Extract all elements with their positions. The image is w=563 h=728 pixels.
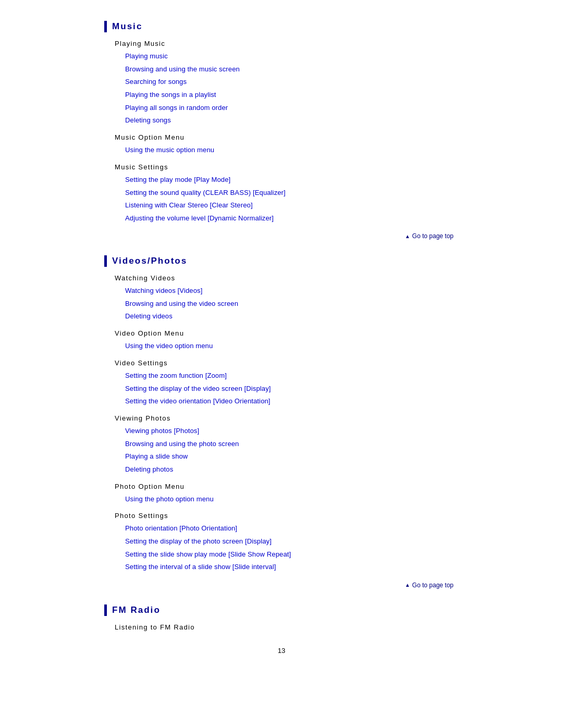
music-section-header: Music xyxy=(104,21,459,32)
link-video-display[interactable]: Setting the display of the video screen … xyxy=(125,382,459,396)
fm-radio-section-header: FM Radio xyxy=(104,604,459,616)
link-dynamic-normalizer[interactable]: Adjusting the volume level [Dynamic Norm… xyxy=(125,212,459,225)
fm-radio-section: FM Radio Listening to FM Radio xyxy=(104,604,459,631)
music-go-to-top-link[interactable]: Go to page top xyxy=(405,232,454,240)
link-browsing-music-screen[interactable]: Browsing and using the music screen xyxy=(125,63,459,76)
link-photo-orientation[interactable]: Photo orientation [Photo Orientation] xyxy=(125,522,459,535)
listening-fm-radio-title: Listening to FM Radio xyxy=(115,623,459,631)
link-viewing-photos[interactable]: Viewing photos [Photos] xyxy=(125,425,459,438)
video-settings-title: Video Settings xyxy=(115,359,459,367)
videos-photos-section-header: Videos/Photos xyxy=(104,255,459,267)
video-option-menu-links: Using the video option menu xyxy=(115,340,459,353)
link-music-option-menu[interactable]: Using the music option menu xyxy=(125,144,459,157)
link-clear-bass[interactable]: Setting the sound quality (CLEAR BASS) [… xyxy=(125,187,459,200)
playing-music-subsection: Playing Music Playing music Browsing and… xyxy=(104,40,459,127)
playing-music-links: Playing music Browsing and using the mus… xyxy=(115,50,459,127)
link-watching-videos[interactable]: Watching videos [Videos] xyxy=(125,285,459,298)
page-container: Music Playing Music Playing music Browsi… xyxy=(83,21,480,655)
music-option-menu-subsection: Music Option Menu Using the music option… xyxy=(104,133,459,157)
photo-option-menu-title: Photo Option Menu xyxy=(115,483,459,490)
watching-videos-subsection: Watching Videos Watching videos [Videos]… xyxy=(104,274,459,323)
page-number: 13 xyxy=(104,647,459,655)
link-playlist-songs[interactable]: Playing the songs in a playlist xyxy=(125,89,459,102)
music-section: Music Playing Music Playing music Browsi… xyxy=(104,21,459,240)
music-go-to-top: Go to page top xyxy=(104,231,459,240)
videos-photos-go-to-top: Go to page top xyxy=(104,580,459,589)
playing-music-title: Playing Music xyxy=(115,40,459,47)
link-slide-show[interactable]: Playing a slide show xyxy=(125,450,459,463)
link-browsing-video-screen[interactable]: Browsing and using the video screen xyxy=(125,298,459,311)
fm-radio-section-title: FM Radio xyxy=(112,605,161,615)
video-settings-links: Setting the zoom function [Zoom] Setting… xyxy=(115,369,459,408)
music-section-title: Music xyxy=(112,21,142,32)
photo-settings-links: Photo orientation [Photo Orientation] Se… xyxy=(115,522,459,574)
music-settings-subsection: Music Settings Setting the play mode [Pl… xyxy=(104,163,459,225)
link-searching-songs[interactable]: Searching for songs xyxy=(125,76,459,89)
music-option-menu-title: Music Option Menu xyxy=(115,133,459,141)
video-option-menu-subsection: Video Option Menu Using the video option… xyxy=(104,329,459,353)
link-slide-interval[interactable]: Setting the interval of a slide show [Sl… xyxy=(125,561,459,574)
videos-photos-go-to-top-link[interactable]: Go to page top xyxy=(405,582,454,589)
video-settings-subsection: Video Settings Setting the zoom function… xyxy=(104,359,459,408)
link-play-mode[interactable]: Setting the play mode [Play Mode] xyxy=(125,174,459,187)
link-video-orientation[interactable]: Setting the video orientation [Video Ori… xyxy=(125,395,459,408)
photo-option-menu-links: Using the photo option menu xyxy=(115,493,459,506)
viewing-photos-links: Viewing photos [Photos] Browsing and usi… xyxy=(115,425,459,476)
link-browsing-photo-screen[interactable]: Browsing and using the photo screen xyxy=(125,438,459,451)
watching-videos-links: Watching videos [Videos] Browsing and us… xyxy=(115,285,459,323)
link-slide-show-repeat[interactable]: Setting the slide show play mode [Slide … xyxy=(125,548,459,561)
link-playing-music[interactable]: Playing music xyxy=(125,50,459,63)
viewing-photos-subsection: Viewing Photos Viewing photos [Photos] B… xyxy=(104,414,459,476)
photo-settings-title: Photo Settings xyxy=(115,512,459,520)
music-settings-title: Music Settings xyxy=(115,163,459,171)
link-deleting-videos[interactable]: Deleting videos xyxy=(125,310,459,323)
fm-radio-section-bar xyxy=(104,604,107,616)
link-photo-display[interactable]: Setting the display of the photo screen … xyxy=(125,535,459,548)
photo-settings-subsection: Photo Settings Photo orientation [Photo … xyxy=(104,512,459,574)
viewing-photos-title: Viewing Photos xyxy=(115,414,459,422)
link-clear-stereo[interactable]: Listening with Clear Stereo [Clear Stere… xyxy=(125,199,459,212)
videos-photos-section: Videos/Photos Watching Videos Watching v… xyxy=(104,255,459,589)
watching-videos-title: Watching Videos xyxy=(115,274,459,282)
listening-fm-radio-subsection: Listening to FM Radio xyxy=(104,623,459,631)
link-photo-option-menu[interactable]: Using the photo option menu xyxy=(125,493,459,506)
music-option-menu-links: Using the music option menu xyxy=(115,144,459,157)
video-option-menu-title: Video Option Menu xyxy=(115,329,459,337)
link-random-order[interactable]: Playing all songs in random order xyxy=(125,102,459,115)
link-deleting-songs[interactable]: Deleting songs xyxy=(125,114,459,127)
videos-photos-section-bar xyxy=(104,255,107,267)
link-video-option-menu[interactable]: Using the video option menu xyxy=(125,340,459,353)
photo-option-menu-subsection: Photo Option Menu Using the photo option… xyxy=(104,483,459,506)
link-zoom-function[interactable]: Setting the zoom function [Zoom] xyxy=(125,369,459,382)
music-settings-links: Setting the play mode [Play Mode] Settin… xyxy=(115,174,459,225)
music-section-bar xyxy=(104,21,107,32)
link-deleting-photos[interactable]: Deleting photos xyxy=(125,463,459,476)
videos-photos-section-title: Videos/Photos xyxy=(112,256,187,266)
